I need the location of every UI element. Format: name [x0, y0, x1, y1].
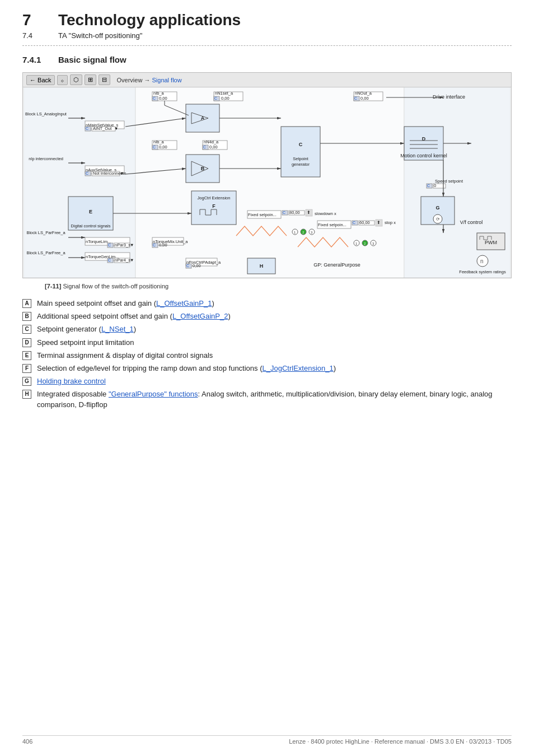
svg-text:Fixed setpoin...: Fixed setpoin... [318, 222, 346, 227]
svg-text:nN4d_a: nN4d_a [204, 139, 219, 144]
legend-badge-b: B [22, 312, 31, 321]
svg-text:C: C [86, 127, 88, 130]
legend-badge-d: D [22, 338, 31, 347]
legend-badge-h: H [22, 390, 31, 399]
svg-text:80,00: 80,00 [289, 210, 300, 215]
svg-text:nNOut_a: nNOut_a [355, 91, 372, 96]
toolbar: ← Back ⬦ ⬡ ⊞ ⊟ Overview → Signal flow [23, 73, 511, 87]
legend-text-d: Speed setpoint input limitation [37, 338, 512, 348]
svg-text:▼: ▼ [130, 242, 134, 248]
svg-text:nPar3_s: nPar3_s [115, 242, 130, 248]
legend-link-g[interactable]: Holding brake control [37, 377, 106, 385]
legend-item-f: FSelection of edge/level for tripping th… [22, 363, 512, 374]
svg-text:0,00: 0,00 [159, 96, 167, 101]
svg-text:0,00: 0,00 [193, 263, 201, 268]
svg-text:Motion control kernel: Motion control kernel [400, 153, 447, 158]
svg-text:C: C [86, 171, 88, 175]
legend-link-b[interactable]: L_OffsetGainP_2 [172, 312, 228, 320]
svg-text:nN1set_a: nN1set_a [215, 91, 233, 96]
legend-item-e: ETerminal assignment & display of digita… [22, 351, 512, 361]
svg-text:60,00: 60,00 [359, 220, 370, 225]
legend-item-c: CSetpoint generator (L_NSet_1) [22, 324, 512, 334]
chapter-number: 7 [22, 11, 45, 29]
legend-link-a[interactable]: L_OffsetGainP_1 [156, 299, 212, 307]
nav-btn-3[interactable]: ⊞ [85, 74, 96, 85]
legend-text-b: Additional speed setpoint offset and gai… [37, 311, 512, 321]
section-title: Basic signal flow [58, 55, 127, 64]
nav-btn-1[interactable]: ⬦ [57, 75, 68, 85]
svg-text:C: C [108, 243, 111, 247]
svg-text:JogCtrl Extension: JogCtrl Extension [198, 195, 231, 200]
svg-text:Block LS_AnalogInput: Block LS_AnalogInput [25, 111, 67, 116]
svg-rect-61 [281, 127, 320, 177]
svg-text:nTorqueMix.Unit_a: nTorqueMix.Unit_a [153, 239, 188, 244]
legend-badge-e: E [22, 351, 31, 360]
subchapter-title: TA "Switch-off positioning" [58, 31, 142, 40]
legend-item-h: HIntegrated disposable "GeneralPurpose" … [22, 389, 512, 409]
subchapter-number: 7.4 [22, 31, 58, 40]
toolbar-path: Overview → Signal flow [117, 77, 182, 83]
svg-text:E: E [89, 209, 92, 214]
subchapter-row: 7.4 TA "Switch-off positioning" [22, 31, 512, 40]
svg-text:C: C [108, 258, 111, 262]
legend-text-a: Main speed setpoint offset and gain (L_O… [37, 298, 512, 309]
nav-btn-4[interactable]: ⊟ [99, 74, 110, 85]
svg-text:GP: GeneralPurpose: GP: GeneralPurpose [313, 262, 360, 268]
svg-text:C: C [203, 145, 206, 149]
svg-text:C: C [214, 96, 217, 100]
section-number: 7.4.1 [22, 55, 58, 64]
figure-caption: [7-11] Signal flow of the switch-off pos… [45, 283, 512, 290]
svg-text:C: C [153, 145, 156, 149]
signal-flow-area: nIb_a C 0,00 nN1set_a C 0,00 nNOut_a C 0… [23, 87, 511, 278]
svg-text:⬆: ⬆ [307, 210, 311, 215]
svg-text:C: C [354, 96, 357, 100]
svg-text:C: C [153, 96, 156, 100]
svg-text:Fixed setpoin...: Fixed setpoin... [248, 212, 277, 217]
svg-text:nIb_a: nIb_a [153, 91, 165, 96]
svg-text:Drive interface: Drive interface [433, 94, 465, 100]
legend-badge-a: A [22, 299, 31, 308]
svg-text:0,00: 0,00 [221, 96, 229, 101]
svg-text:Setpoint: Setpoint [293, 156, 308, 161]
back-button[interactable]: ← Back [26, 75, 55, 85]
figure-ref: [7-11] [45, 283, 61, 290]
legend-item-a: AMain speed setpoint offset and gain (L_… [22, 298, 512, 309]
svg-text:F: F [212, 203, 216, 209]
svg-text:⬆: ⬆ [377, 220, 381, 225]
diagram-container: ← Back ⬦ ⬡ ⊞ ⊟ Overview → Signal flow [22, 72, 512, 278]
svg-text:▼: ▼ [120, 171, 124, 176]
legend-text-e: Terminal assignment & display of digital… [37, 351, 512, 361]
svg-text:0: 0 [434, 183, 436, 188]
nav-btn-2[interactable]: ⬡ [70, 74, 82, 85]
svg-text:Block LS_ParFree_a: Block LS_ParFree_a [26, 250, 65, 255]
svg-text:n: n [480, 258, 484, 264]
svg-text:0,00: 0,00 [360, 96, 369, 101]
legend-link-f[interactable]: L_JogCtrlExtension_1 [263, 364, 334, 372]
toolbar-path-link[interactable]: Signal flow [152, 77, 181, 83]
svg-text:C: C [299, 142, 303, 147]
figure-caption-text: Signal flow of the switch-off positionin… [63, 283, 168, 290]
svg-text:C: C [283, 211, 285, 214]
svg-text:0,00: 0,00 [159, 144, 167, 150]
page-footer: 406 Lenze · 8400 protec HighLine · Refer… [22, 735, 512, 745]
legend-link-h[interactable]: "GeneralPurpose" functions [109, 390, 198, 398]
legend-text-h: Integrated disposable "GeneralPurpose" f… [37, 389, 512, 409]
svg-text:stop x: stop x [385, 220, 396, 225]
legend-list: AMain speed setpoint offset and gain (L_… [22, 298, 512, 410]
legend-item-b: BAdditional speed setpoint offset and ga… [22, 311, 512, 321]
svg-text:nIp interconnected: nIp interconnected [29, 156, 63, 161]
legend-link-c[interactable]: L_NSet_1 [101, 325, 134, 333]
svg-text:C: C [153, 243, 156, 247]
svg-text:PWM: PWM [485, 240, 497, 245]
svg-text:G: G [435, 205, 439, 211]
chapter-title: Technology applications [58, 11, 241, 29]
svg-text:nIb_a: nIb_a [153, 139, 165, 144]
svg-text:▼: ▼ [130, 258, 134, 263]
svg-text:C: C [186, 264, 189, 268]
svg-text:Digital control signals: Digital control signals [71, 223, 111, 228]
svg-text:C: C [427, 184, 430, 188]
copyright: Lenze · 8400 protec HighLine · Reference… [289, 738, 512, 745]
legend-text-f: Selection of edge/level for tripping the… [37, 363, 512, 374]
legend-text-c: Setpoint generator (L_NSet_1) [37, 324, 512, 334]
legend-item-g: GHolding brake control [22, 376, 512, 386]
